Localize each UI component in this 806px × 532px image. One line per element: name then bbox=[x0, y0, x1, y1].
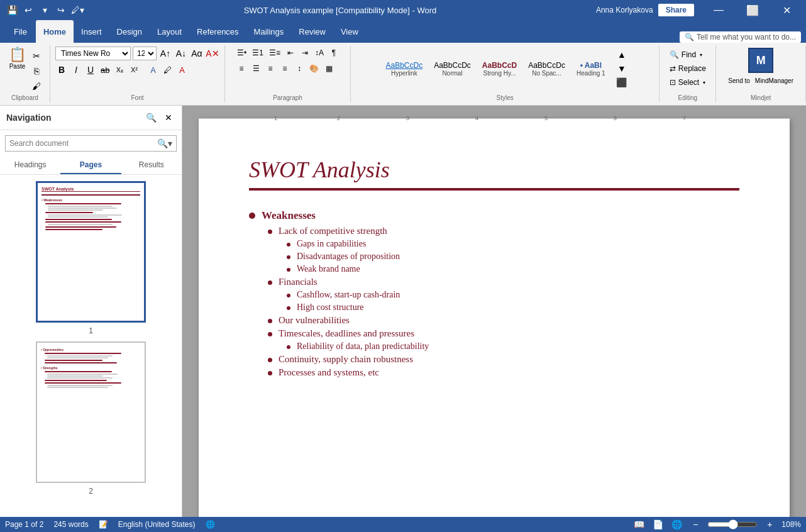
minimize-button[interactable]: — bbox=[704, 0, 733, 20]
select-icon: ⊡ bbox=[670, 78, 676, 87]
format-painter-button[interactable]: 🖌 bbox=[30, 79, 43, 93]
document-page[interactable]: SWOT Analysis Weaknesses Lack of competi… bbox=[199, 119, 790, 517]
tab-view[interactable]: View bbox=[333, 20, 366, 43]
decrease-font-button[interactable]: A↓ bbox=[174, 47, 188, 60]
style-heading1[interactable]: • AaBl Heading 1 bbox=[572, 59, 610, 79]
app-body: Navigation 🔍 ✕ 🔍▾ Headings Pages Results… bbox=[0, 106, 806, 517]
print-layout-btn[interactable]: 📄 bbox=[651, 518, 665, 531]
customize-qat-btn[interactable]: 🖊▾ bbox=[70, 3, 84, 17]
change-case-button[interactable]: Aα bbox=[190, 47, 204, 60]
nav-tab-results[interactable]: Results bbox=[121, 157, 182, 174]
tab-mailings[interactable]: Mailings bbox=[246, 20, 292, 43]
mindjet-send-btn[interactable]: Send to bbox=[726, 74, 751, 87]
styles-scroll-up[interactable]: ▲ bbox=[615, 48, 629, 62]
style-normal[interactable]: AaBbCcDc Normal bbox=[429, 59, 475, 79]
superscript-button[interactable]: X² bbox=[128, 64, 140, 76]
bullet-weaknesses: Weaknesses bbox=[249, 209, 739, 222]
page-thumb-1[interactable]: SWOT Analysis • Weaknesses bbox=[35, 181, 148, 335]
search-submit-btn[interactable]: 🔍▾ bbox=[153, 136, 176, 151]
search-input[interactable] bbox=[6, 136, 153, 150]
decrease-indent-button[interactable]: ⇤ bbox=[284, 47, 297, 59]
bullet-disadvantages: Disadvantages of proposition bbox=[287, 252, 739, 262]
borders-button[interactable]: ▦ bbox=[323, 62, 335, 75]
select-label: Select bbox=[678, 78, 699, 87]
read-mode-btn[interactable]: 📖 bbox=[632, 518, 646, 531]
redo-btn[interactable]: ↪ bbox=[54, 3, 68, 17]
share-button[interactable]: Share bbox=[658, 4, 694, 16]
italic-button[interactable]: I bbox=[70, 64, 82, 76]
text-effect-button[interactable]: A bbox=[146, 64, 159, 76]
paste-button[interactable]: 📋 Paste bbox=[6, 47, 28, 71]
web-layout-btn[interactable]: 🌐 bbox=[670, 518, 683, 531]
tab-design[interactable]: Design bbox=[109, 20, 150, 43]
zoom-in-btn[interactable]: + bbox=[763, 518, 776, 531]
line-spacing-button[interactable]: ↕ bbox=[293, 62, 306, 75]
font-color-button[interactable]: A bbox=[175, 64, 188, 76]
bullet-text-timescales: Timescales, deadlines and pressures bbox=[279, 328, 414, 339]
style-strong-hyperlink[interactable]: AaBbCcD Strong Hy... bbox=[478, 59, 521, 79]
replace-button[interactable]: ⇄ Replace bbox=[666, 63, 710, 74]
undo-btn[interactable]: ↩ bbox=[21, 3, 35, 17]
find-button[interactable]: 🔍 Find ▾ bbox=[666, 49, 710, 60]
styles-scroll-down[interactable]: ▼ bbox=[615, 62, 629, 75]
bullet-timescales: Timescales, deadlines and pressures bbox=[268, 328, 739, 339]
align-right-button[interactable]: ≡ bbox=[264, 62, 277, 75]
page-thumb-2[interactable]: • Opportunities • Strengths bbox=[35, 341, 148, 496]
tab-home[interactable]: Home bbox=[36, 20, 74, 43]
tab-insert[interactable]: Insert bbox=[74, 20, 109, 43]
zoom-out-btn[interactable]: − bbox=[688, 518, 702, 531]
subscript-button[interactable]: X₂ bbox=[113, 64, 126, 76]
bold-button[interactable]: B bbox=[55, 64, 68, 76]
multilevel-button[interactable]: ☰≡ bbox=[267, 47, 282, 59]
cut-button[interactable]: ✂ bbox=[30, 49, 43, 63]
font-size-select[interactable]: 12 bbox=[133, 47, 157, 60]
tab-review[interactable]: Review bbox=[291, 20, 333, 43]
underline-button[interactable]: U bbox=[84, 64, 97, 76]
style-hyperlink[interactable]: AaBbCcDc Hyperlink bbox=[381, 59, 427, 79]
mindjet-icon[interactable]: M bbox=[748, 48, 773, 73]
title-bar-left: 💾 ↩ ▾ ↪ 🖊▾ bbox=[5, 3, 84, 17]
show-hide-button[interactable]: ¶ bbox=[328, 47, 340, 59]
restore-button[interactable]: ⬜ bbox=[738, 0, 767, 20]
strikethrough-button[interactable]: ab bbox=[99, 64, 111, 76]
copy-button[interactable]: ⎘ bbox=[30, 64, 43, 78]
bullet-text-vulnerabilities: Our vulnerabilities bbox=[279, 315, 350, 326]
justify-button[interactable]: ≡ bbox=[279, 62, 291, 75]
numbering-button[interactable]: ☰1 bbox=[250, 47, 265, 59]
user-name: Anna Korlyakova bbox=[596, 6, 653, 14]
close-button[interactable]: ✕ bbox=[772, 0, 801, 20]
tell-me-search[interactable]: 🔍 Tell me what you want to do... bbox=[680, 31, 801, 43]
style-no-spacing[interactable]: AaBbCcDc No Spac... bbox=[524, 59, 570, 79]
shading-button[interactable]: 🎨 bbox=[307, 62, 321, 75]
sort-button[interactable]: ↕A bbox=[313, 47, 326, 59]
bullet-text-processes: Processes and systems, etc bbox=[279, 367, 379, 378]
align-center-button[interactable]: ☰ bbox=[250, 62, 262, 75]
mindjet-manager-btn[interactable]: MindManager bbox=[753, 74, 795, 87]
bullet-text-gaps: Gaps in capabilities bbox=[297, 239, 366, 249]
styles-expand[interactable]: ⬛ bbox=[615, 75, 629, 89]
nav-tab-pages[interactable]: Pages bbox=[60, 157, 121, 174]
select-button[interactable]: ⊡ Select ▾ bbox=[666, 77, 710, 88]
increase-font-button[interactable]: A↑ bbox=[158, 47, 172, 60]
tab-references[interactable]: References bbox=[189, 20, 246, 43]
tab-layout[interactable]: Layout bbox=[150, 20, 189, 43]
language-icon: 🌐 bbox=[206, 520, 215, 529]
highlight-button[interactable]: 🖊 bbox=[161, 64, 174, 76]
nav-search-toggle[interactable]: 🔍 bbox=[144, 111, 158, 125]
bullet-dot-financials bbox=[268, 280, 272, 285]
zoom-slider[interactable] bbox=[707, 519, 758, 529]
nav-tab-headings[interactable]: Headings bbox=[0, 157, 60, 174]
nav-close-button[interactable]: ✕ bbox=[162, 111, 175, 125]
increase-indent-button[interactable]: ⇥ bbox=[299, 47, 311, 59]
styles-gallery: AaBbCcDc Hyperlink AaBbCcDc Normal AaBbC… bbox=[378, 47, 631, 91]
font-family-select[interactable]: Times New Ro bbox=[55, 47, 131, 60]
bullets-button[interactable]: ☰• bbox=[235, 47, 248, 59]
align-left-button[interactable]: ≡ bbox=[235, 62, 248, 75]
replace-label: Replace bbox=[678, 64, 706, 73]
save-quick-btn[interactable]: 💾 bbox=[5, 3, 19, 17]
bullet-text-financials: Financials bbox=[279, 277, 317, 287]
bullet-dot-processes bbox=[268, 371, 272, 375]
clear-format-button[interactable]: A✕ bbox=[206, 47, 219, 60]
undo-dropdown-btn[interactable]: ▾ bbox=[38, 3, 52, 17]
tab-file[interactable]: File bbox=[5, 20, 36, 43]
